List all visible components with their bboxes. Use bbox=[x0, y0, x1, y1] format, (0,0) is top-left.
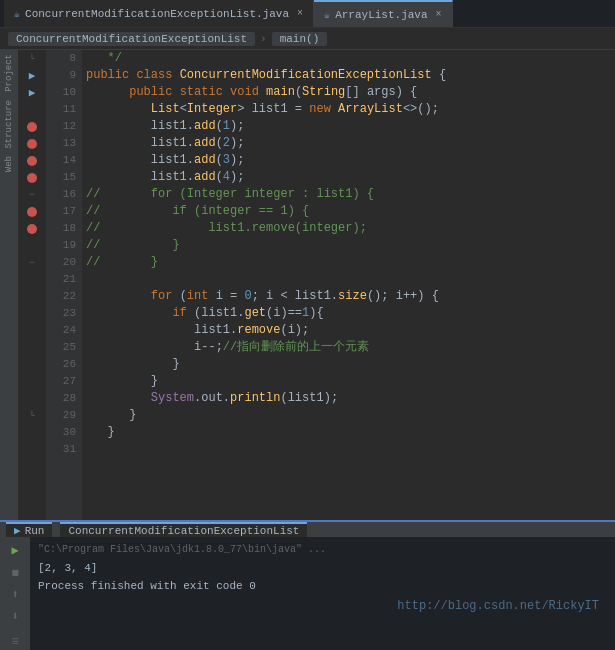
code-line-16: // for (Integer integer : list1) { bbox=[86, 186, 615, 203]
token-var: list1 bbox=[86, 322, 230, 339]
bottom-tab-run-label: Run bbox=[25, 525, 45, 537]
tab-arraylist[interactable]: ☕ ArrayList.java × bbox=[314, 0, 452, 27]
bottom-tab-class[interactable]: ConcurrentModificationExceptionList bbox=[60, 522, 307, 537]
fold-icon-16[interactable]: − bbox=[29, 190, 34, 200]
token-op: } bbox=[86, 424, 115, 441]
output-line-3: Process finished with exit code 0 bbox=[38, 577, 607, 595]
line-num-18: 18 bbox=[46, 220, 76, 237]
line-num-13: 13 bbox=[46, 135, 76, 152]
token-num: 2 bbox=[223, 135, 230, 152]
breakpoint-13[interactable] bbox=[27, 139, 37, 149]
line-num-23: 23 bbox=[46, 305, 76, 322]
line-num-30: 30 bbox=[46, 424, 76, 441]
tab-close-arraylist[interactable]: × bbox=[436, 9, 442, 20]
token-method: add bbox=[194, 152, 216, 169]
tab-label-concurrent: ConcurrentModificationExceptionList.java bbox=[25, 8, 289, 20]
gutter-cell-16: − bbox=[18, 186, 46, 203]
code-line-15: list1.add(4); bbox=[86, 169, 615, 186]
arrow-icon-10: ▶ bbox=[29, 86, 36, 99]
bottom-tab-run[interactable]: ▶ Run bbox=[6, 522, 52, 537]
line-num-17: 17 bbox=[46, 203, 76, 220]
token-op: . bbox=[187, 169, 194, 186]
token-kw: public bbox=[86, 67, 136, 84]
token-op: . bbox=[187, 152, 194, 169]
token-op: ); bbox=[230, 152, 244, 169]
stop-button[interactable]: ◼ bbox=[6, 563, 24, 581]
code-content[interactable]: */public class ConcurrentModificationExc… bbox=[82, 50, 615, 520]
gutter-cell-18 bbox=[18, 220, 46, 237]
breadcrumb-sep: › bbox=[260, 33, 267, 45]
token-sys: System bbox=[86, 390, 194, 407]
gutter-cell-23 bbox=[18, 305, 46, 322]
line-num-9: 9 bbox=[46, 67, 76, 84]
gutter-cell-9: ▶ bbox=[18, 67, 46, 84]
code-line-13: list1.add(2); bbox=[86, 135, 615, 152]
token-comment-disabled: // list1.remove(integer); bbox=[86, 220, 367, 237]
gutter-cell-31 bbox=[18, 441, 46, 458]
gutter-cell-28 bbox=[18, 390, 46, 407]
output-text-0: "C:\Program Files\Java\jdk1.8.0_77\bin\j… bbox=[38, 541, 326, 559]
side-label-web[interactable]: Web bbox=[3, 152, 15, 176]
line-num-21: 21 bbox=[46, 271, 76, 288]
token-cls: List bbox=[86, 101, 180, 118]
scroll-down-button[interactable]: ⬇ bbox=[6, 607, 24, 625]
code-line-10: public static void main(String[] args) { bbox=[86, 84, 615, 101]
gutter-cell-24 bbox=[18, 322, 46, 339]
gutter-cell-17 bbox=[18, 203, 46, 220]
side-label-project[interactable]: Project bbox=[3, 50, 15, 96]
output-text-3: Process finished with exit code 0 bbox=[38, 577, 256, 595]
line-num-20: 20 bbox=[46, 254, 76, 271]
fold-icon-20[interactable]: − bbox=[29, 258, 34, 268]
run-button[interactable]: ▶ bbox=[6, 541, 24, 559]
code-line-8: */ bbox=[86, 50, 615, 67]
gutter-cell-13 bbox=[18, 135, 46, 152]
gutter-cell-26 bbox=[18, 356, 46, 373]
gutter: └▶▶−−└ bbox=[18, 50, 46, 520]
token-comment-disabled: // for (Integer integer : list1) { bbox=[86, 186, 374, 203]
breakpoint-14[interactable] bbox=[27, 156, 37, 166]
line-num-15: 15 bbox=[46, 169, 76, 186]
java-icon-concurrent: ☕ bbox=[14, 8, 20, 20]
gutter-cell-14 bbox=[18, 152, 46, 169]
editor-area: Project Structure Web └▶▶−−└ 89101112131… bbox=[0, 50, 615, 520]
token-comment-disabled: // if (integer == 1) { bbox=[86, 203, 309, 220]
breakpoint-15[interactable] bbox=[27, 173, 37, 183]
gutter-cell-22 bbox=[18, 288, 46, 305]
settings-button[interactable]: ≡ bbox=[6, 633, 24, 650]
token-op: ); bbox=[230, 169, 244, 186]
scroll-top-button[interactable]: ⬆ bbox=[6, 585, 24, 603]
token-op: ( bbox=[216, 169, 223, 186]
bottom-tab-bar: ▶ Run ConcurrentModificationExceptionLis… bbox=[0, 522, 615, 537]
breakpoint-17[interactable] bbox=[27, 207, 37, 217]
token-op: . bbox=[230, 322, 237, 339]
code-line-30: } bbox=[86, 424, 615, 441]
output-text-1: [2, 3, 4] bbox=[38, 559, 97, 577]
side-label-structure[interactable]: Structure bbox=[3, 96, 15, 153]
line-num-8: 8 bbox=[46, 50, 76, 67]
breakpoint-12[interactable] bbox=[27, 122, 37, 132]
breadcrumb-method[interactable]: main() bbox=[272, 32, 328, 46]
token-method: get bbox=[244, 305, 266, 322]
token-op: (); i++) { bbox=[367, 288, 439, 305]
gutter-cell-27 bbox=[18, 373, 46, 390]
tab-concurrent[interactable]: ☕ ConcurrentModificationExceptionList.ja… bbox=[4, 0, 314, 27]
gutter-cell-30 bbox=[18, 424, 46, 441]
token-var: list1 bbox=[86, 135, 187, 152]
bottom-content: ▶ ◼ ⬆ ⬇ ≡ ⊞ "C:\Program Files\Java\jdk1.… bbox=[0, 537, 615, 650]
breadcrumb-class[interactable]: ConcurrentModificationExceptionList bbox=[8, 32, 255, 46]
fold-icon-8[interactable]: └ bbox=[29, 54, 34, 64]
token-op: (list1. bbox=[194, 305, 244, 322]
token-num: 0 bbox=[244, 288, 251, 305]
token-op: } bbox=[86, 373, 158, 390]
token-op: <>(); bbox=[403, 101, 439, 118]
tab-close-concurrent[interactable]: × bbox=[297, 8, 303, 19]
fold-icon-29[interactable]: └ bbox=[29, 411, 34, 421]
token-num: 1 bbox=[223, 118, 230, 135]
token-kw: void bbox=[230, 84, 266, 101]
token-op: ( bbox=[295, 84, 302, 101]
gutter-cell-8: └ bbox=[18, 50, 46, 67]
breakpoint-18[interactable] bbox=[27, 224, 37, 234]
line-num-14: 14 bbox=[46, 152, 76, 169]
token-comment-disabled: // } bbox=[86, 254, 158, 271]
token-op: } bbox=[86, 407, 136, 424]
